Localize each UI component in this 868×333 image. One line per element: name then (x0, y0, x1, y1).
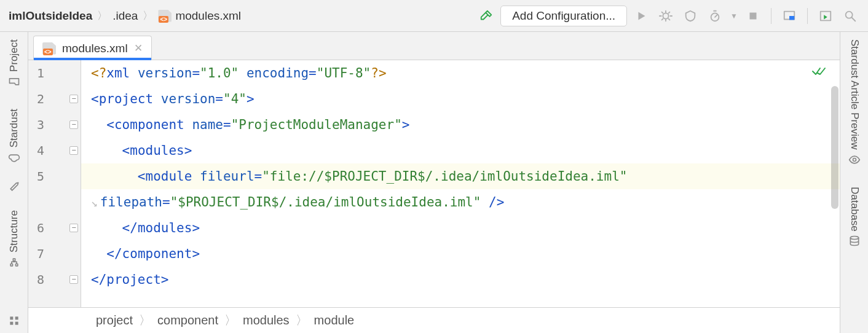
line-number (28, 189, 81, 215)
editor-breadcrumbs: project 〉 component 〉 modules 〉 module (28, 307, 840, 333)
breadcrumb-root[interactable]: imlOutsideIdea (9, 9, 92, 23)
structure-toolwindow-label: Structure (8, 210, 20, 253)
close-tab-button[interactable]: ✕ (134, 42, 143, 55)
divider (807, 8, 808, 24)
svg-rect-2 (750, 12, 757, 19)
chevron-down-icon[interactable]: ▼ (730, 12, 738, 20)
line-number: 7 (28, 241, 81, 267)
svg-point-11 (853, 158, 856, 161)
xml-file-icon (42, 42, 56, 55)
code-line: </component> (81, 241, 840, 267)
database-toolwindow-label: Database (848, 187, 861, 232)
build-button[interactable] (477, 7, 495, 25)
right-tool-strip: Stardust Article Preview Database (840, 32, 868, 333)
vertical-scrollbar[interactable] (831, 86, 838, 209)
chevron-right-icon: 〉 (224, 312, 237, 329)
fold-toggle[interactable]: − (69, 224, 78, 232)
fold-toggle[interactable]: − (69, 275, 78, 284)
database-icon (848, 235, 861, 247)
project-toolwindow-label: Project (8, 39, 20, 72)
code-lines[interactable]: <?xml version="1.0" encoding="UTF-8"?> <… (81, 60, 840, 307)
left-tool-strip: Project Stardust Structure (0, 32, 28, 333)
run-toolbar: ▼ (632, 7, 859, 25)
scratch-toolwindow-button[interactable] (8, 181, 20, 193)
editor-tab-label: modules.xml (62, 42, 128, 55)
chevron-right-icon: 〉 (296, 312, 308, 329)
breadcrumb-item[interactable]: modules (243, 313, 290, 327)
run-button[interactable] (632, 7, 650, 25)
grid-icon[interactable] (8, 315, 20, 327)
breadcrumb-folder[interactable]: .idea (112, 9, 138, 23)
svg-point-6 (846, 11, 853, 18)
add-configuration-button[interactable]: Add Configuration... (500, 6, 627, 26)
xml-file-icon (158, 10, 172, 22)
inspection-ok-icon[interactable] (811, 65, 826, 80)
project-toolwindow-button[interactable]: Project (8, 36, 20, 92)
coverage-button[interactable] (681, 7, 700, 25)
fold-toggle[interactable]: − (69, 146, 78, 155)
code-line: <component name="ProjectModuleManager"> (81, 112, 840, 138)
svg-rect-9 (10, 322, 13, 325)
debug-button[interactable] (657, 7, 675, 25)
line-number: 6− (28, 215, 81, 241)
folder-icon (8, 76, 20, 88)
pencil-icon (8, 181, 20, 193)
breadcrumb-file-label: modules.xml (175, 9, 241, 23)
line-number: 1 (28, 60, 81, 86)
project-structure-button[interactable] (780, 7, 799, 25)
svg-point-0 (663, 13, 669, 18)
breadcrumb-file[interactable]: modules.xml (158, 9, 241, 23)
svg-point-12 (850, 237, 858, 240)
line-number: 8− (28, 267, 81, 292)
fold-toggle[interactable]: − (69, 95, 78, 103)
line-number: 3− (28, 112, 81, 138)
profile-button[interactable] (706, 7, 724, 25)
breadcrumbs: imlOutsideIdea 〉 .idea 〉 modules.xml (9, 9, 241, 23)
line-number: 4− (28, 138, 81, 163)
code-line: <module fileurl="file://$PROJECT_DIR$/.i… (81, 163, 840, 189)
fold-toggle[interactable]: − (69, 120, 78, 129)
navigation-bar: imlOutsideIdea 〉 .idea 〉 modules.xml Add… (0, 0, 868, 32)
line-number: 5 (28, 163, 81, 189)
gutter: 1 2− 3− 4− 5 6− 7 8− (28, 60, 81, 307)
code-line: </project> (81, 267, 840, 292)
svg-rect-10 (15, 322, 18, 325)
cloud-icon (8, 151, 20, 163)
structure-icon (8, 256, 20, 268)
preview-toolwindow-button[interactable]: Stardust Article Preview (848, 36, 861, 170)
breadcrumb-item[interactable]: module (314, 313, 355, 327)
structure-toolwindow-button[interactable]: Structure (8, 206, 20, 272)
code-line: <modules> (81, 138, 840, 163)
search-everywhere-button[interactable] (841, 7, 859, 25)
stop-button[interactable] (744, 7, 762, 25)
code-editor[interactable]: 1 2− 3− 4− 5 6− 7 8− <?xml ver (28, 60, 840, 307)
editor-panel: modules.xml ✕ 1 2− 3− 4− 5 6− 7 8− (28, 32, 840, 333)
editor-tab-modules[interactable]: modules.xml ✕ (33, 36, 152, 60)
stardust-toolwindow-label: Stardust (8, 109, 20, 147)
svg-rect-4 (789, 16, 794, 20)
svg-rect-7 (10, 316, 13, 319)
line-number: 2− (28, 86, 81, 112)
divider (771, 8, 771, 24)
code-line: <?xml version="1.0" encoding="UTF-8"?> (81, 60, 840, 86)
breadcrumb-item[interactable]: component (157, 313, 218, 327)
soft-wrap-icon: ↘ (91, 196, 98, 209)
eye-icon (848, 154, 861, 166)
editor-tabs: modules.xml ✕ (28, 32, 840, 60)
chevron-right-icon: 〉 (97, 9, 108, 23)
code-line: <project version="4"> (81, 86, 840, 112)
code-line: ↘filepath="$PROJECT_DIR$/.idea/imlOutsid… (81, 189, 840, 215)
chevron-right-icon: 〉 (143, 9, 153, 23)
chevron-right-icon: 〉 (139, 312, 151, 329)
database-toolwindow-button[interactable]: Database (848, 183, 861, 251)
code-line: </modules> (81, 215, 840, 241)
stardust-toolwindow-button[interactable]: Stardust (8, 105, 20, 167)
breadcrumb-item[interactable]: project (96, 313, 133, 327)
run-anything-button[interactable] (816, 7, 835, 25)
preview-toolwindow-label: Stardust Article Preview (848, 39, 861, 150)
svg-rect-8 (15, 316, 18, 319)
